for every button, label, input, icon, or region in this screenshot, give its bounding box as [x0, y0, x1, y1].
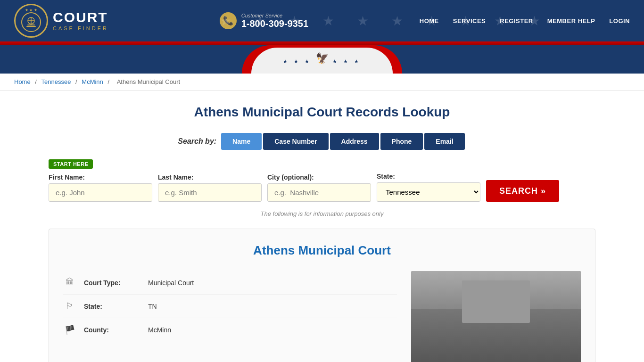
svg-rect-2 [26, 26, 36, 27]
state-group: State: Tennessee Alabama Georgia Kentuck… [377, 173, 480, 202]
breadcrumb-home[interactable]: Home [14, 78, 31, 85]
cs-phone: 1-800-309-9351 [241, 18, 308, 29]
court-type-icon: 🏛 [63, 278, 76, 288]
breadcrumb-county[interactable]: McMinn [82, 78, 103, 85]
state-label: State: [377, 173, 480, 180]
city-input[interactable] [267, 183, 371, 202]
detail-row-court-type: 🏛 Court Type: Municipal Court [63, 271, 397, 295]
logo-court-text: COURT [53, 10, 108, 25]
court-type-value: Municipal Court [148, 279, 194, 287]
red-banner [0, 41, 644, 45]
first-name-group: First Name: [49, 173, 152, 202]
last-name-label: Last Name: [158, 173, 262, 181]
page-title: Athens Municipal Court Records Lookup [49, 105, 595, 120]
nav-login[interactable]: LOGIN [609, 17, 630, 25]
search-form: First Name: Last Name: City (optional): … [49, 173, 595, 202]
start-here-badge: START HERE [49, 159, 93, 169]
county-icon: 🏴 [63, 325, 76, 335]
breadcrumb-sep-2: / [75, 78, 79, 85]
cs-label: Customer Service [241, 13, 308, 18]
court-info-title: Athens Municipal Court [63, 243, 581, 258]
court-image-inner [411, 271, 581, 362]
logo-subtitle-text: CASE FINDER [53, 25, 108, 31]
court-info-box: Athens Municipal Court 🏛 Court Type: Mun… [49, 229, 595, 362]
court-details: 🏛 Court Type: Municipal Court 🏳 State: T… [63, 271, 397, 362]
info-text: The following is for information purpose… [49, 210, 595, 217]
eagle-symbol: 🦅 [316, 52, 329, 65]
last-name-group: Last Name: [158, 173, 262, 202]
breadcrumb: Home / Tennessee / McMinn / Athens Munic… [0, 74, 644, 90]
tab-address[interactable]: Address [330, 133, 379, 150]
detail-row-county: 🏴 County: McMinn [63, 318, 397, 342]
last-name-input[interactable] [158, 183, 262, 202]
state-detail-label: State: [84, 303, 140, 310]
tab-phone[interactable]: Phone [380, 133, 423, 150]
phone-icon: 📞 [220, 12, 237, 29]
nav-home[interactable]: HOME [420, 17, 439, 25]
county-value: McMinn [148, 326, 171, 334]
first-name-label: First Name: [49, 173, 152, 181]
search-button[interactable]: SEARCH » [486, 180, 559, 202]
state-icon: 🏳 [63, 301, 76, 311]
state-detail-value: TN [148, 303, 157, 310]
city-group: City (optional): [267, 173, 371, 202]
detail-row-state: 🏳 State: TN [63, 295, 397, 318]
search-by-row: Search by: Name Case Number Address Phon… [49, 133, 595, 150]
eagle-arch: ★ ★ ★ 🦅 ★ ★ ★ [0, 45, 644, 74]
eagle-stars-right: ★ ★ ★ [332, 58, 361, 65]
breadcrumb-sep-3: / [107, 78, 111, 85]
state-select[interactable]: Tennessee Alabama Georgia Kentucky North… [377, 182, 480, 202]
court-type-label: Court Type: [84, 279, 140, 287]
breadcrumb-sep-1: / [35, 78, 38, 85]
tab-email[interactable]: Email [424, 133, 464, 150]
court-logo-icon [25, 16, 37, 28]
first-name-input[interactable] [49, 183, 152, 202]
city-label: City (optional): [267, 173, 371, 181]
nav-member-help[interactable]: MEMBER HELP [547, 17, 595, 25]
nav-register[interactable]: REGISTER [500, 17, 533, 25]
nav-services[interactable]: SERVICES [453, 17, 486, 25]
logo-emblem [21, 12, 41, 32]
tab-name[interactable]: Name [221, 133, 262, 150]
logo-text: COURT CASE FINDER [53, 10, 108, 31]
cs-text-block: Customer Service 1-800-309-9351 [241, 13, 308, 29]
breadcrumb-current: Athens Municipal Court [117, 78, 180, 85]
eagle-icon: ★ ★ ★ 🦅 ★ ★ ★ [283, 52, 361, 67]
breadcrumb-state[interactable]: Tennessee [41, 78, 71, 85]
logo-area: COURT CASE FINDER [14, 4, 108, 38]
search-by-label: Search by: [178, 137, 216, 146]
customer-service: 📞 Customer Service 1-800-309-9351 [220, 12, 308, 29]
logo-circle [14, 4, 48, 38]
main-content: Athens Municipal Court Records Lookup Se… [39, 90, 605, 362]
tab-case-number[interactable]: Case Number [263, 133, 328, 150]
site-header: COURT CASE FINDER 📞 Customer Service 1-8… [0, 0, 644, 41]
eagle-stars-left: ★ ★ ★ [283, 58, 312, 65]
main-nav: HOME SERVICES REGISTER MEMBER HELP LOGIN [420, 17, 630, 25]
svg-rect-1 [27, 25, 35, 25]
county-label: County: [84, 326, 140, 334]
court-info-body: 🏛 Court Type: Municipal Court 🏳 State: T… [63, 271, 581, 362]
court-image [411, 271, 581, 362]
